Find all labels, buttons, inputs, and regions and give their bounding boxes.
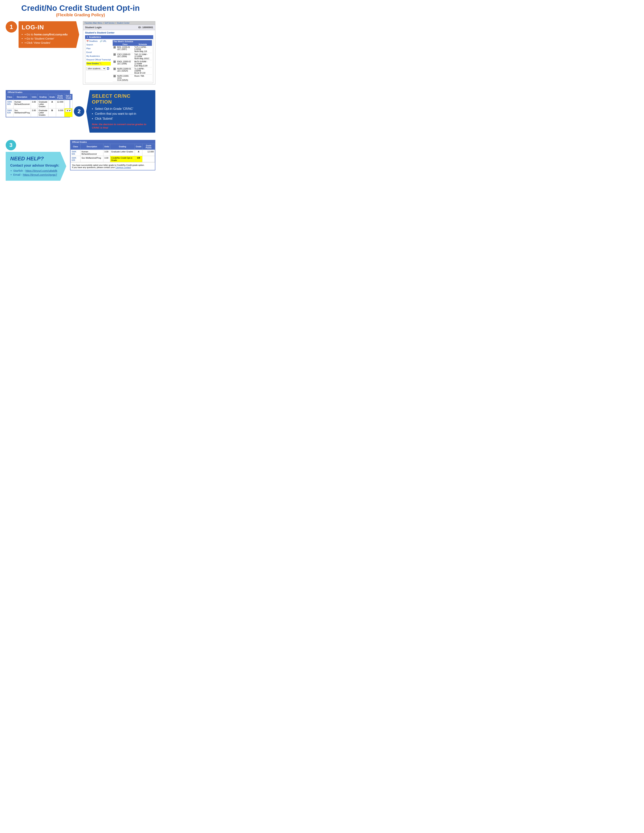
step2-note: Note: the decision to convert course gra… <box>92 123 151 130</box>
sc-other-select[interactable]: other academic... <box>86 67 106 70</box>
sc-schedule-table: This Week's Schedule Class Schedule <box>113 40 152 82</box>
class-icon <box>113 53 116 56</box>
class-schedule: TuFr 11:10AM -12:25PMNorth Bldg 1001C <box>134 53 152 60</box>
step2-header: 2 SELECT CR/NC OPTION Select Opt-in Grad… <box>74 90 155 132</box>
col-grade: Grade <box>135 144 142 150</box>
class-gp: 12.000 <box>56 100 64 108</box>
step1-bullet2: ▪ Go to 'Student Center' <box>22 37 76 40</box>
col-units: Units <box>103 144 110 150</box>
class-gp: 9.000 <box>56 108 64 117</box>
step2-bullet1: Select Opt-in Grade 'CR/NC' <box>92 107 151 111</box>
class-icon <box>113 68 116 70</box>
campus-contact-link[interactable]: Campus Contact <box>115 166 131 169</box>
class-name: NURS 21000-01LEC (32524) <box>116 68 134 75</box>
col-gradepoints: Grade Points <box>56 94 64 100</box>
sc-deadlines-icon: 📅 Deadlines <box>86 40 98 42</box>
step2-bullets: Select Opt-in Grade 'CR/NC' Confirm that… <box>92 107 151 121</box>
class-schedule: TuTh 4:10PM -5:25PMNorth Bldg 118 <box>134 46 152 53</box>
sc-col-icon <box>113 43 116 46</box>
class-name: BIOL 12200-01LEC (3057) <box>116 46 134 53</box>
step3-left: 3 NEED HELP? Contact your advisor throug… <box>6 140 66 181</box>
success-text-2: If you have any questions, please contac… <box>72 166 115 169</box>
class-schedule: Tu 1:00PM - 3:00PMBrook W 218 <box>134 68 152 75</box>
class-optin-dropdown[interactable]: ▼ <box>64 108 72 117</box>
class-optin <box>64 100 72 108</box>
class-schedule: MoTh 9:45AM -11:00AMEast Bldg E109 <box>134 60 152 68</box>
class-name: ENGL 12000-02LEC (2595) <box>116 60 134 68</box>
section3: 3 NEED HELP? Contact your advisor throug… <box>6 140 155 181</box>
col-optin: Opt-in Grade <box>64 94 72 100</box>
class-link-605[interactable]: SWK 605 <box>7 101 12 105</box>
class-icon <box>113 61 116 63</box>
sc-col-schedule: Schedule <box>134 43 152 46</box>
class-grade: A <box>48 100 56 108</box>
step2-bullet2: Confirm that you want to opt-in <box>92 112 151 116</box>
class-name: CSCI 13300-03LEC (3559) <box>116 53 134 60</box>
class-name: NURS 21000-1C01CLN (32525) <box>116 75 134 82</box>
sc-id-label: ID: 10000001 <box>138 26 153 29</box>
step1-bullet3: ▪ Click 'View Grades' <box>22 41 76 44</box>
sc-nav: Favorites Main Menu > Self Service > Stu… <box>83 21 155 25</box>
sc-login-label: Student Login <box>85 26 101 29</box>
sc-other-row: other academic... ▶▶ <box>86 67 111 70</box>
step3-bullet2: Email - https://tinyurl.com/yclgvgp7 <box>10 173 62 176</box>
class-desc: Soc Welfareinst/Prog <box>13 108 31 117</box>
step3-heading: NEED HELP? <box>10 156 62 162</box>
grades-title-1: Official Grades <box>6 90 70 94</box>
student-center-screenshot: Favorites Main Menu > Self Service > Stu… <box>83 21 155 84</box>
section2: Official Grades Class Description Units … <box>6 90 155 134</box>
col-grading: Grading <box>38 94 48 100</box>
success-text-1: You have successfully opted your letter … <box>72 164 145 166</box>
col-units: Units <box>31 94 38 100</box>
step1-bullets: ▪ Go to home.cunyfirst.cuny.edu ▪ Go to … <box>22 33 76 44</box>
class-grade-cr: CR <box>135 156 142 162</box>
class-icon <box>113 46 116 48</box>
class-units: 3.00 <box>31 100 38 108</box>
table-row: SWK 605 Human Behav&Socenvir 3.00 Gradua… <box>6 100 72 108</box>
sc-link-official-transcript[interactable]: Request Official Transcript <box>86 58 111 62</box>
class-gp: 12.000 <box>142 150 155 156</box>
step1-banner: LOG-IN ▪ Go to home.cunyfirst.cuny.edu ▪… <box>19 21 79 48</box>
class-grading: Graduate Letter Grades <box>38 100 48 108</box>
sc-this-weeks: This Week's Schedule <box>113 40 152 43</box>
sc-link-my-academics[interactable]: My Academics <box>86 54 111 58</box>
col-class: Class <box>6 94 13 100</box>
step1-heading: LOG-IN <box>22 24 76 31</box>
class-link-605-final[interactable]: SWK 605 <box>72 151 76 155</box>
col-desc: Description <box>13 94 31 100</box>
class-desc: Soc Welfareinst/Prog <box>80 156 103 162</box>
col-grade: Grade <box>48 94 56 100</box>
sc-link-search[interactable]: Search <box>86 43 111 47</box>
class-grading-cr: Credit/No Credit Opt-in Grade <box>110 156 135 162</box>
sc-go-button[interactable]: ▶▶ <box>107 67 109 70</box>
sc-body: Student's Student Center Academics 📅 Dea… <box>83 30 155 84</box>
sc-link-enroll[interactable]: Enroll <box>86 51 111 54</box>
official-grades-2: Official Grades Class Description Units … <box>70 140 155 170</box>
sc-link-plan[interactable]: Plan <box>86 47 111 51</box>
table-row: SWK 605 Human Behav&Socenvir 3.00 Gradua… <box>71 150 155 156</box>
class-gp-cr <box>142 156 155 162</box>
step3-bullet1: Starfish - https://tinyurl.com/utlwbfk <box>10 169 62 172</box>
optin-select[interactable]: ▼ <box>65 109 71 112</box>
step2-right: 2 SELECT CR/NC OPTION Select Opt-in Grad… <box>74 90 155 134</box>
starfish-link[interactable]: https://tinyurl.com/utlwbfk <box>26 169 57 172</box>
grades-section: Official Grades Class Description Units … <box>6 90 70 117</box>
page-subtitle: (Flexible Grading Policy) <box>6 13 155 18</box>
class-link-639[interactable]: SWK 639 <box>7 109 12 114</box>
col-gradepoints: Grade Points <box>142 144 155 150</box>
step1-bullet1: ▪ Go to home.cunyfirst.cuny.edu <box>22 33 76 36</box>
class-icon <box>113 75 116 77</box>
class-grade: A <box>135 150 142 156</box>
table-row: BIOL 12200-01LEC (3057) TuTh 4:10PM -5:2… <box>113 46 152 53</box>
class-grade: B <box>48 108 56 117</box>
email-link[interactable]: https://tinyurl.com/yclgvgp7 <box>23 173 57 176</box>
sc-link-view-grades[interactable]: View Grades ✏️ <box>86 62 111 66</box>
grades-table-1: Class Description Units Grading Grade Gr… <box>6 94 72 117</box>
official-grades-1: Official Grades Class Description Units … <box>6 90 70 117</box>
sc-url-icon: 🔗 URL <box>100 40 106 42</box>
class-link-639-final[interactable]: SWK 639 <box>72 157 76 161</box>
col-grading: Grading <box>110 144 135 150</box>
class-grading: Graduate Letter Grades <box>38 108 48 117</box>
class-desc: Human Behav&Socenvir <box>80 150 103 156</box>
section1: 1 LOG-IN ▪ Go to home.cunyfirst.cuny.edu… <box>6 21 155 84</box>
